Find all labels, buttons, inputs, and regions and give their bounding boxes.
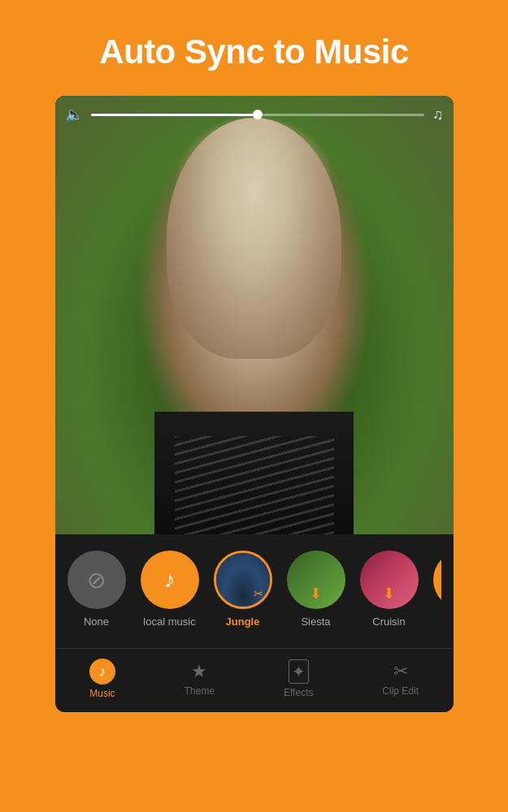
music-item-partial-circle: ♪ — [433, 551, 441, 609]
video-area: 🔈 ♫ — [55, 96, 454, 534]
photo-hair — [167, 118, 342, 359]
music-item-siesta-circle — [287, 551, 345, 609]
nav-label-music: Music — [89, 688, 115, 699]
music-panel: ⊘ None ♪ local music Jungle — [55, 534, 454, 648]
music-item-local-circle: ♪ — [141, 551, 199, 609]
music-item-cruisin[interactable]: Cruisin — [360, 551, 419, 628]
photo-shirt — [154, 412, 354, 534]
header: Auto Sync to Music — [0, 0, 508, 96]
theme-icon: ★ — [191, 661, 207, 682]
music-item-siesta[interactable]: Siesta — [287, 551, 345, 628]
none-icon: ⊘ — [87, 567, 106, 594]
local-music-icon: ♪ — [164, 567, 176, 593]
music-item-local-label: local music — [143, 615, 195, 628]
music-item-partial[interactable]: ♪ Ju... — [433, 551, 441, 628]
music-item-cruisin-label: Cruisin — [372, 615, 405, 628]
music-item-jungle-label: Jungle — [226, 615, 260, 628]
progress-fill — [91, 114, 258, 116]
music-item-siesta-label: Siesta — [301, 615, 330, 628]
music-items-row: ⊘ None ♪ local music Jungle — [67, 551, 441, 636]
nav-item-theme[interactable]: ★ Theme — [168, 658, 231, 700]
siesta-inner — [287, 551, 345, 609]
music-item-none-label: None — [84, 615, 109, 628]
music-note-icon: ♫ — [432, 106, 444, 123]
music-nav-icon: ♪ — [89, 659, 115, 685]
music-item-cruisin-circle — [360, 551, 419, 609]
phone-mockup: 🔈 ♫ ⊘ None ♪ local music — [55, 96, 454, 712]
nav-item-clip-edit[interactable]: ✂ Clip Edit — [366, 658, 435, 700]
music-icon: ♪ — [98, 663, 106, 680]
nav-label-effects: Effects — [284, 687, 313, 698]
nav-item-effects[interactable]: ✦ Effects — [267, 656, 329, 702]
nav-item-music[interactable]: ♪ Music — [73, 655, 132, 702]
nav-label-clip-edit: Clip Edit — [382, 685, 419, 697]
music-item-jungle[interactable]: Jungle — [214, 551, 272, 628]
clip-edit-icon: ✂ — [393, 661, 408, 682]
page-title: Auto Sync to Music — [24, 32, 484, 71]
effects-icon: ✦ — [289, 659, 309, 684]
playback-bar: 🔈 ♫ — [65, 106, 444, 123]
jungle-inner — [216, 553, 270, 607]
music-item-local[interactable]: ♪ local music — [141, 551, 199, 628]
cruisin-inner — [360, 551, 419, 609]
volume-icon: 🔈 — [65, 106, 83, 123]
progress-track[interactable] — [91, 114, 425, 116]
music-item-none-circle: ⊘ — [67, 551, 126, 609]
progress-thumb — [253, 110, 263, 119]
music-item-jungle-circle — [214, 551, 272, 609]
bottom-nav: ♪ Music ★ Theme ✦ Effects ✂ Clip Edit — [55, 648, 454, 712]
music-item-none[interactable]: ⊘ None — [67, 551, 126, 628]
nav-label-theme: Theme — [185, 685, 215, 697]
